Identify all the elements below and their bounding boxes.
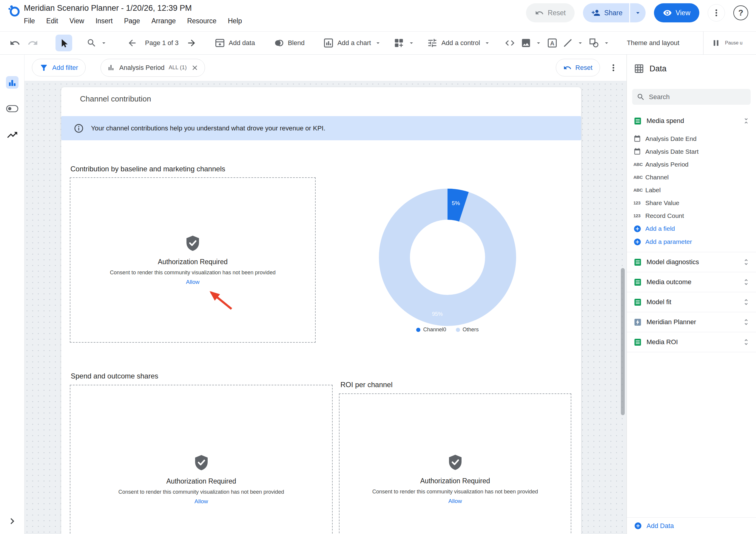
looker-studio-logo[interactable] <box>7 4 21 17</box>
text-tool-button[interactable]: A <box>547 38 557 48</box>
allow-link[interactable]: Allow <box>448 498 462 504</box>
image-tool-button[interactable] <box>521 38 542 48</box>
field-analysis-date-end[interactable]: Analysis Date End <box>627 132 756 145</box>
zoom-tool[interactable] <box>87 38 107 48</box>
more-options-button[interactable] <box>708 4 725 21</box>
auth-title: Authorization Required <box>158 258 228 266</box>
filter-reset-button[interactable]: Reset <box>556 59 600 76</box>
report-canvas: Channel contribution Your channel contri… <box>24 81 627 534</box>
add-filter-button[interactable]: Add filter <box>32 59 86 76</box>
field-channel[interactable]: ABC Channel <box>627 171 756 183</box>
vertical-scrollbar[interactable] <box>621 268 625 415</box>
legend-item-others[interactable]: Others <box>456 326 479 333</box>
menu-arrange[interactable]: Arrange <box>151 17 176 25</box>
menu-page[interactable]: Page <box>124 17 140 25</box>
reset-button[interactable]: Reset <box>526 3 575 22</box>
search-fields-input[interactable] <box>632 89 751 105</box>
embed-code-button[interactable] <box>504 38 515 48</box>
blend-button[interactable]: Blend <box>274 38 305 48</box>
expand-icon[interactable] <box>742 338 750 346</box>
data-source-media-roi[interactable]: Media ROI <box>627 332 756 352</box>
next-page-button[interactable] <box>186 38 197 48</box>
data-source-model-diagnostics[interactable]: Model diagnostics <box>627 252 756 272</box>
data-source-media-outcome[interactable]: Media outcome <box>627 272 756 292</box>
sheet-icon <box>634 278 642 287</box>
sheet-icon <box>634 258 642 267</box>
close-icon[interactable] <box>191 64 199 71</box>
data-source-model-fit[interactable]: Model fit <box>627 292 756 312</box>
add-data-button[interactable]: Add data <box>214 38 255 48</box>
auth-required-card-contribution: Authorization Required Consent to render… <box>70 177 316 343</box>
blend-icon <box>274 38 284 48</box>
expand-icon[interactable] <box>742 318 750 326</box>
controls-toggle-icon[interactable] <box>0 104 24 113</box>
menu-help[interactable]: Help <box>228 17 242 25</box>
legend-item-channel0[interactable]: Channel0 <box>416 326 446 333</box>
shield-check-icon <box>193 454 210 471</box>
select-tool-button[interactable] <box>56 35 72 51</box>
help-button[interactable]: ? <box>733 5 748 20</box>
legend-dot-others <box>456 328 460 332</box>
add-data-button-bottom[interactable]: Add Data <box>627 517 756 534</box>
left-rail <box>0 54 24 534</box>
menu-edit[interactable]: Edit <box>46 17 58 25</box>
add-chart-button[interactable]: Add a chart <box>323 38 382 48</box>
slice-label-others: 95% <box>425 311 449 317</box>
expand-rail-chevron-icon[interactable] <box>0 515 24 527</box>
edit-toolbar: Page 1 of 3 Add data Blend Add a chart A… <box>0 31 756 55</box>
add-a-field-button[interactable]: Add a field <box>627 222 756 235</box>
add-circle-icon <box>634 225 645 233</box>
looker-studio-app: Meridian Scenario Planner - 1/20/26, 12:… <box>0 0 756 534</box>
share-button[interactable]: Share <box>583 3 629 22</box>
redo-button[interactable] <box>27 38 38 48</box>
page-indicator[interactable]: Page 1 of 3 <box>145 39 179 47</box>
undo-button[interactable] <box>10 38 20 48</box>
theme-and-layout-button[interactable]: Theme and layout <box>627 39 679 47</box>
share-dropdown-button[interactable] <box>630 3 646 22</box>
auth-title: Authorization Required <box>167 477 236 485</box>
allow-link[interactable]: Allow <box>195 498 208 505</box>
share-split-button: Share <box>583 3 645 22</box>
menu-insert[interactable]: Insert <box>95 17 113 25</box>
shape-tool-button[interactable] <box>589 38 610 48</box>
text-type-icon: ABC <box>634 187 645 192</box>
add-a-parameter-button[interactable]: Add a parameter <box>627 235 756 248</box>
text-type-icon: ABC <box>634 175 645 180</box>
report-page: Channel contribution Your channel contri… <box>61 87 581 534</box>
menu-view[interactable]: View <box>69 17 84 25</box>
pause-updates-button[interactable]: Pause u <box>703 32 756 54</box>
expand-icon[interactable] <box>742 278 750 286</box>
donut-chart[interactable] <box>377 187 518 327</box>
expand-icon[interactable] <box>742 258 750 266</box>
line-tool-button[interactable] <box>562 38 584 48</box>
chart-legend: Channel0 Others <box>377 326 518 333</box>
data-source-meridian-planner[interactable]: Meridian Planner <box>627 312 756 332</box>
trending-up-icon[interactable] <box>0 129 24 141</box>
collapse-icon[interactable] <box>742 117 750 125</box>
view-button[interactable]: View <box>654 3 699 22</box>
allow-link[interactable]: Allow <box>186 279 199 285</box>
sheet-icon <box>634 338 642 347</box>
expand-icon[interactable] <box>742 298 750 306</box>
add-control-button[interactable]: Add a control <box>427 38 491 48</box>
filter-bar: Add filter Analysis Period ALL (1) Reset <box>24 54 627 81</box>
connector-icon <box>634 318 642 326</box>
community-visualizations-button[interactable] <box>393 38 415 48</box>
magnifier-icon <box>87 38 97 48</box>
report-title[interactable]: Meridian Scenario Planner - 1/20/26, 12:… <box>24 4 192 13</box>
field-share-value[interactable]: 123 Share Value <box>627 196 756 209</box>
data-source-media-spend[interactable]: Media spend <box>627 113 756 129</box>
menu-resource[interactable]: Resource <box>187 17 216 25</box>
previous-page-button[interactable] <box>127 38 137 48</box>
analysis-period-filter-chip[interactable]: Analysis Period ALL (1) <box>100 59 205 77</box>
undo-icon <box>563 64 572 72</box>
calendar-icon <box>634 148 645 155</box>
field-label[interactable]: ABC Label <box>627 183 756 196</box>
field-record-count[interactable]: 123 Record Count <box>627 209 756 222</box>
filter-bar-more-options[interactable] <box>609 63 618 72</box>
field-analysis-date-start[interactable]: Analysis Date Start <box>627 145 756 158</box>
report-pages-icon[interactable] <box>0 75 24 90</box>
sheet-icon <box>634 117 642 126</box>
menu-file[interactable]: File <box>24 17 35 25</box>
field-analysis-period[interactable]: ABC Analysis Period <box>627 158 756 171</box>
